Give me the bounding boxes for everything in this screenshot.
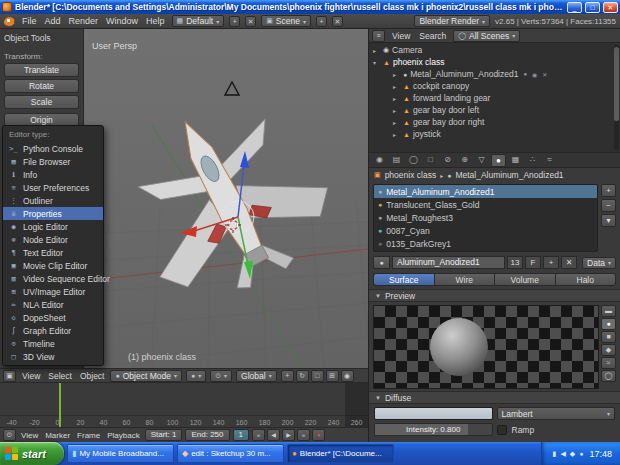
properties-tab-object-data[interactable]: ▽ [474,154,489,167]
mode-selector[interactable]: ● Object Mode ▾ [110,370,181,382]
editor-type-option-file-browser[interactable]: ▤File Browser [3,155,103,168]
taskbar-task-blender-c-docume[interactable]: ●Blender* [C:\Docume... [287,444,394,463]
material-slot-translucent-glass-gold[interactable]: ●Translucent_Glass_Gold [374,198,597,211]
preview-monkey-button[interactable]: ◆ [601,344,616,356]
expand-icon[interactable]: ▸ [393,71,400,78]
properties-tab-constraints[interactable]: ⊘ [440,154,455,167]
viewport-menu-select[interactable]: Select [46,371,74,381]
timeline-ruler[interactable]: -40-200204060801001201401601802002202402… [0,383,368,427]
properties-tab-material[interactable]: ● [491,154,506,167]
add-layout-button[interactable]: + [229,16,240,27]
pivot-selector[interactable]: ⊙ ▾ [210,370,232,382]
restriction-toggle-icon[interactable]: ✕ [542,71,547,78]
outliner-view-menu[interactable]: View [390,31,412,41]
tray-update-icon[interactable]: ● [579,450,583,458]
editor-type-option-properties[interactable]: ≣Properties [3,207,103,220]
properties-tab-world[interactable]: ◯ [406,154,421,167]
outliner-item-gear-bay-door-right[interactable]: ▸▲gear bay door right [369,116,612,128]
outliner-item-camera[interactable]: ▸◉Camera [369,44,612,56]
scrollbar-thumb[interactable] [614,47,619,121]
add-scene-button[interactable]: + [316,16,327,27]
menubar-item-help[interactable]: Help [144,16,167,26]
menubar-item-render[interactable]: Render [67,16,101,26]
manipulator-scale-icon[interactable]: □ [311,370,324,382]
menubar-item-window[interactable]: Window [104,16,140,26]
properties-tab-object[interactable]: □ [423,154,438,167]
taskbar-task-my-mobile-broadband[interactable]: ▮My Mobile Broadband... [67,444,174,463]
play-reverse-button[interactable]: ◀ [267,429,280,441]
editor-type-option-movie-clip-editor[interactable]: ▣Movie Clip Editor [3,259,103,272]
outliner-item-joystick[interactable]: ▸▲joystick [369,128,612,140]
maximize-button[interactable]: □ [585,2,600,13]
timeline-menu-playback[interactable]: Playback [105,431,141,440]
taskbar-task-edit-sketchup-30-m[interactable]: ◆edit : Sketchup 30 m... [177,444,284,463]
material-name-field[interactable]: Aluminum_Anodized1 [392,256,505,269]
properties-tab-texture[interactable]: ▦ [508,154,523,167]
material-slot-metal-roughest3[interactable]: ●Metal_Roughest3 [374,211,597,224]
delete-scene-button[interactable]: ✕ [332,16,343,27]
material-type-volume[interactable]: Volume [494,273,555,286]
material-link-selector[interactable]: Data ▾ [582,257,616,269]
breadcrumb-object[interactable]: phoenix class [385,170,437,180]
tray-shield-icon[interactable]: ◆ [570,450,575,458]
unlink-material-button[interactable]: ✕ [561,256,577,269]
shading-selector[interactable]: ● ▾ [186,370,206,382]
timeline-menu-frame[interactable]: Frame [75,431,102,440]
record-button[interactable]: ● [312,429,325,441]
outliner-item-phoenix-class[interactable]: ▾▲phoenix class [369,56,612,68]
phoenix-ship-model[interactable] [101,77,352,322]
outliner-scrollbar[interactable] [614,45,619,150]
scale-button[interactable]: Scale [4,95,79,109]
preview-sphere-button[interactable]: ● [601,318,616,330]
properties-tab-scene[interactable]: ▤ [389,154,404,167]
window-titlebar[interactable]: Blender* [C:\Documents and Settings\Admi… [0,0,620,14]
outliner-display-selector[interactable]: ◯ All Scenes ▾ [453,30,520,42]
expand-icon[interactable]: ▸ [393,95,400,102]
scene-selector[interactable]: ▣ Scene ▾ [261,15,311,27]
properties-tab-physics[interactable]: ≈ [542,154,557,167]
frame-start-field[interactable]: Start: 1 [145,429,183,441]
viewport-menu-object[interactable]: Object [78,371,107,381]
editor-type-option-dopesheet[interactable]: ◇DopeSheet [3,311,103,324]
current-frame-field[interactable]: 1 [233,429,249,441]
menubar-item-file[interactable]: File [20,16,39,26]
material-users-button[interactable]: 13 [507,256,523,269]
material-slot-0087-cyan[interactable]: ●0087_Cyan [374,224,597,237]
outliner-item-cockpit-canopy[interactable]: ▸▲cockpit canopy [369,80,612,92]
material-type-surface[interactable]: Surface [373,273,434,286]
preview-section-header[interactable]: ▼ Preview [369,289,620,302]
properties-tab-render[interactable]: ◉ [372,154,387,167]
editor-type-option-outliner[interactable]: ⋮Outliner [3,194,103,207]
preview-flat-button[interactable]: ▬ [601,305,616,317]
manipulator-rotate-icon[interactable]: ↻ [296,370,309,382]
editor-type-option-graph-editor[interactable]: ∫Graph Editor [3,324,103,337]
fake-user-button[interactable]: F [525,256,541,269]
outliner-item-forward-landing-gear[interactable]: ▸▲forward landing gear [369,92,612,104]
timeline-editor-type-button[interactable]: ⊙ [3,429,16,441]
material-slot-metal-aluminum-anodized1[interactable]: ●Metal_Aluminum_Anodized1 [374,185,597,198]
preview-hair-button[interactable]: ≈ [601,357,616,369]
restriction-toggle-icon[interactable]: ● [523,71,527,77]
add-slot-button[interactable]: + [601,184,616,197]
tray-volume-icon[interactable]: ◀ [560,450,565,458]
expand-icon[interactable]: ▸ [393,119,400,126]
preview-cube-button[interactable]: ■ [601,331,616,343]
expand-icon[interactable]: ▸ [393,83,400,90]
editor-type-option-timeline[interactable]: ⊙Timeline [3,337,103,350]
collapse-icon[interactable]: ▾ [373,59,380,66]
render-opengl-icon[interactable]: ◉ [341,370,354,382]
editor-type-option-3d-view[interactable]: □3D View [3,350,103,363]
editor-type-option-uv-image-editor[interactable]: ⊞UV/Image Editor [3,285,103,298]
tray-network-icon[interactable]: ▮ [553,450,557,458]
material-slot-0135-darkgrey1[interactable]: ●0135_DarkGrey1 [374,237,597,250]
empty-object-marker[interactable] [225,82,239,95]
editor-type-option-node-editor[interactable]: ⊚Node Editor [3,233,103,246]
minimize-button[interactable]: _ [567,2,582,13]
rotate-button[interactable]: Rotate [4,79,79,93]
preview-sky-button[interactable]: ◯ [601,370,616,382]
menubar-item-add[interactable]: Add [43,16,63,26]
remove-slot-button[interactable]: − [601,199,616,212]
outliner-item-gear-bay-door-left[interactable]: ▸▲gear bay door left [369,104,612,116]
new-material-button[interactable]: + [543,256,559,269]
editor-type-option-python-console[interactable]: >_Python Console [3,142,103,155]
